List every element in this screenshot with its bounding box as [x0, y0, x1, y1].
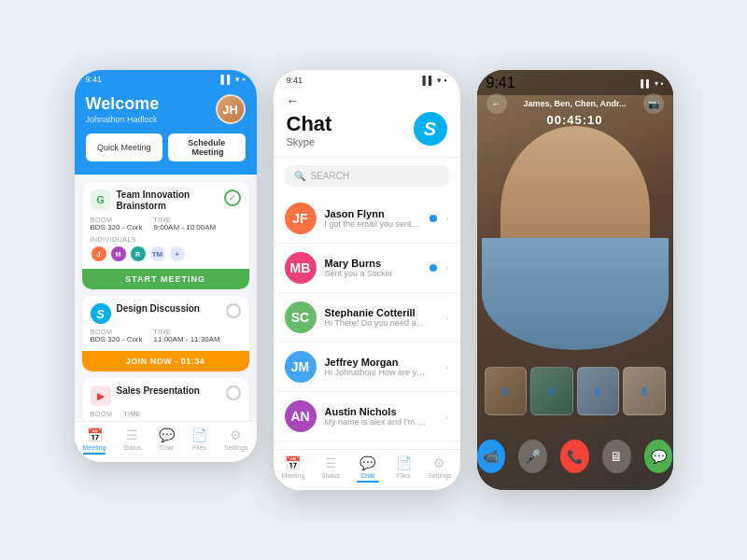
- chat-info-2: Stephanie Cotterill Hi There! Do you nee…: [325, 307, 437, 328]
- chat-item-0[interactable]: JF Jason Flynn I got the email you sent.…: [274, 194, 460, 244]
- video-camera-button[interactable]: 📷: [643, 93, 664, 114]
- thumbnail-0: 👤: [485, 367, 528, 415]
- video-toggle-button[interactable]: 📹: [477, 440, 506, 473]
- chat-info-3: Jeffrey Morgan Hi Johnathon! How are you…: [325, 357, 437, 377]
- chat-item-1[interactable]: MB Mary Burns Sent you a Sticker ›: [274, 244, 460, 293]
- meeting-tab-icon: 📅: [87, 427, 103, 442]
- ind-add: +: [169, 245, 186, 262]
- video-control-bar: 📹 🎤 📞 🖥 💬: [477, 440, 673, 473]
- end-call-button[interactable]: 📞: [560, 440, 589, 473]
- chat-item-4[interactable]: AN Austin Nichols My name is alex and I'…: [274, 392, 460, 441]
- tab-meeting-1[interactable]: 📅 Meeting: [83, 427, 106, 455]
- tab-settings-2[interactable]: ⚙ Settings: [428, 455, 451, 483]
- tab-status-2[interactable]: ☰ Status: [321, 455, 340, 483]
- meeting-room-1: ROOM BDS 320 - Cork: [91, 217, 143, 231]
- chat-avatar-1: MB: [285, 252, 317, 284]
- welcome-username: Johnathon Hadlock: [86, 115, 160, 124]
- meeting-card-2-header: S Design Discussion: [91, 303, 241, 324]
- meeting-time-2: TIME 11:00AM - 11:30AM: [154, 329, 220, 343]
- tab-settings-label-1: Settings: [224, 444, 247, 451]
- settings-icon-2: ⚙: [433, 455, 445, 470]
- header-top: Welcome Johnathon Hadlock JH: [86, 94, 246, 124]
- welcome-header: Welcome Johnathon Hadlock JH Quick Meeti…: [75, 87, 257, 175]
- skype-icon-2: S: [91, 303, 111, 324]
- chat-list: JF Jason Flynn I got the email you sent.…: [274, 194, 460, 441]
- back-arrow[interactable]: ←: [287, 93, 447, 108]
- search-bar[interactable]: 🔍 SEARCH: [285, 165, 449, 187]
- meeting-time-3: TIME: [123, 411, 141, 417]
- chat-title: Chat: [287, 112, 332, 136]
- meeting-status-2: [226, 303, 241, 318]
- tab-settings-label-2: Settings: [428, 472, 451, 479]
- thumbnail-2: 👤: [577, 367, 620, 415]
- meeting-status-1: ✓: [224, 189, 241, 206]
- ind-avatar-3: R: [130, 245, 147, 262]
- chevron-1: ›: [445, 262, 449, 273]
- join-meeting-button[interactable]: JOIN NOW - 01:34: [82, 351, 249, 371]
- chat-preview-1: Sent you a Sticker: [325, 269, 421, 278]
- chevron-4: ›: [445, 411, 449, 422]
- tab-chat-label-1: Chat: [160, 444, 174, 451]
- schedule-suffix: Meeting: [192, 147, 224, 157]
- unread-dot-0: [430, 215, 437, 222]
- chat-name-0: Jason Flynn: [325, 208, 421, 219]
- time-1: 9:41: [86, 75, 103, 84]
- screen-share-button[interactable]: 🖥: [602, 440, 631, 473]
- chat-name-3: Jeffrey Morgan: [325, 357, 437, 368]
- status-bar-2: 9:41 ▌▌ ▾ ▪: [274, 70, 460, 88]
- shirt-bg: [482, 238, 669, 350]
- tab-status-label-2: Status: [321, 472, 340, 479]
- meeting-time-1: TIME 9:00AM - 10:00AM: [154, 217, 217, 231]
- meeting-meta-2: ROOM BDS 320 - Cork TIME 11:00AM - 11:30…: [91, 329, 241, 343]
- individuals-avatars: J M R TM +: [91, 245, 241, 262]
- files-tab-icon-1: 📄: [191, 427, 207, 442]
- mute-button[interactable]: 🎤: [518, 440, 547, 473]
- meeting-card-1[interactable]: G Team Innovation Brainstorm ✓ ROOM BDS …: [82, 182, 249, 289]
- tab-bar-2: 📅 Meeting ☰ Status 💬 Chat 📄 Files ⚙ Sett…: [274, 449, 460, 490]
- start-meeting-button[interactable]: START MEETING: [82, 269, 249, 289]
- action-buttons: Quick Meeting Schedule Meeting: [86, 133, 246, 161]
- chat-info-1: Mary Burns Sent you a Sticker: [325, 258, 421, 278]
- chat-avatar-2: SC: [285, 301, 317, 333]
- meeting-card-3[interactable]: ▶ Sales Presentation ROOM TIME: [82, 378, 249, 425]
- time-2: 9:41: [287, 76, 303, 85]
- tab-meeting-2[interactable]: 📅 Meeting: [281, 455, 304, 483]
- chat-preview-4: My name is alex and I'm the chef...: [325, 417, 428, 427]
- welcome-text-block: Welcome Johnathon Hadlock: [86, 94, 160, 124]
- thumbnail-1: 👤: [530, 367, 573, 415]
- tab-chat-label-2: Chat: [360, 472, 374, 479]
- video-back-button[interactable]: ←: [486, 93, 507, 114]
- tab-status-1[interactable]: ☰ Status: [123, 427, 142, 455]
- phone-chat: 9:41 ▌▌ ▾ ▪ ← Chat Skype S 🔍 SEARCH JF J…: [274, 70, 460, 490]
- tab-chat-1[interactable]: 💬 Chat: [159, 427, 175, 455]
- chat-info-4: Austin Nichols My name is alex and I'm t…: [325, 406, 437, 427]
- meeting-title-2: Design Discussion: [117, 303, 226, 315]
- chevron-2: ›: [445, 312, 449, 323]
- tab-chat-2[interactable]: 💬 Chat: [357, 455, 379, 483]
- chat-item-3[interactable]: JM Jeffrey Morgan Hi Johnathon! How are …: [274, 343, 460, 392]
- tab-bar-1: 📅 Meeting ☰ Status 💬 Chat 📄 Files ⚙ Sett…: [75, 421, 257, 462]
- chat-preview-3: Hi Johnathon! How are you doing?...: [325, 368, 428, 377]
- chat-tab-icon-1: 💬: [159, 427, 175, 442]
- tab-settings-1[interactable]: ⚙ Settings: [224, 427, 247, 455]
- tab-status-label-1: Status: [123, 444, 142, 451]
- schedule-meeting-button[interactable]: Schedule Meeting: [168, 133, 246, 161]
- tab-indicator-1: [83, 453, 106, 455]
- chat-item-2[interactable]: SC Stephanie Cotterill Hi There! Do you …: [274, 293, 460, 343]
- chat-header: ← Chat Skype S: [274, 88, 460, 158]
- chevron-3: ›: [445, 361, 449, 372]
- tab-files-2[interactable]: 📄 Files: [396, 455, 412, 483]
- meeting-meta-1: ROOM BDS 320 - Cork TIME 9:00AM - 10:00A…: [91, 217, 241, 231]
- files-icon-2: 📄: [396, 455, 412, 470]
- chat-name-4: Austin Nichols: [325, 406, 437, 417]
- signal-icons-1: ▌▌ ▾ ▪: [221, 75, 246, 84]
- chat-button[interactable]: 💬: [644, 440, 673, 473]
- chat-avatar-0: JF: [285, 203, 317, 234]
- tab-files-1[interactable]: 📄 Files: [191, 427, 207, 455]
- phone-welcome: 9:41 ▌▌ ▾ ▪ Welcome Johnathon Hadlock JH…: [75, 70, 257, 462]
- meetings-list: G Team Innovation Brainstorm ✓ ROOM BDS …: [75, 175, 257, 432]
- chat-icon-2: 💬: [359, 455, 375, 470]
- quick-meeting-button[interactable]: Quick Meeting: [86, 133, 163, 161]
- meeting-card-2[interactable]: S Design Discussion ROOM BDS 320 - Cork …: [82, 296, 249, 371]
- meeting-meta-3: ROOM TIME: [91, 411, 241, 417]
